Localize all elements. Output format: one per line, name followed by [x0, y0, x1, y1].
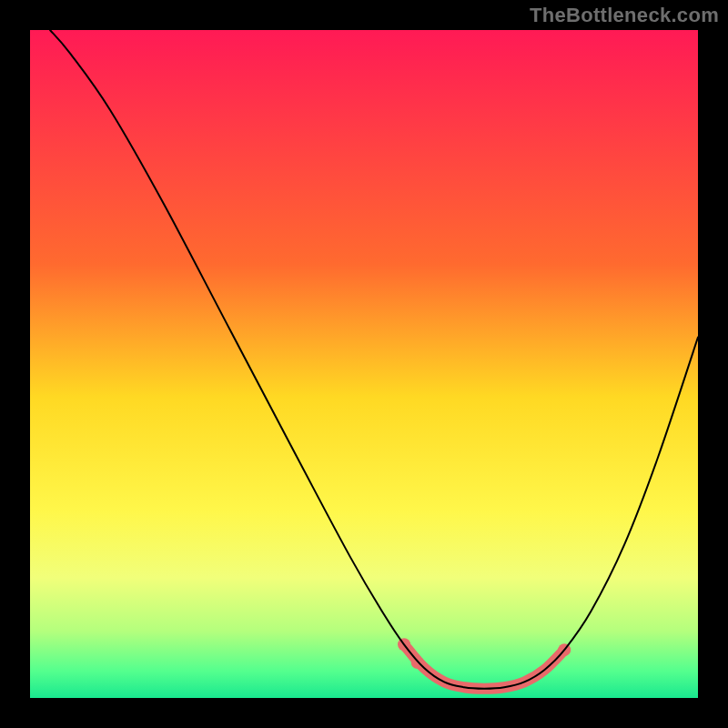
watermark-text: TheBottleneck.com: [530, 4, 719, 27]
chart-frame: TheBottleneck.com: [0, 0, 728, 728]
bottleneck-chart: [30, 30, 698, 698]
chart-svg: [30, 30, 698, 698]
